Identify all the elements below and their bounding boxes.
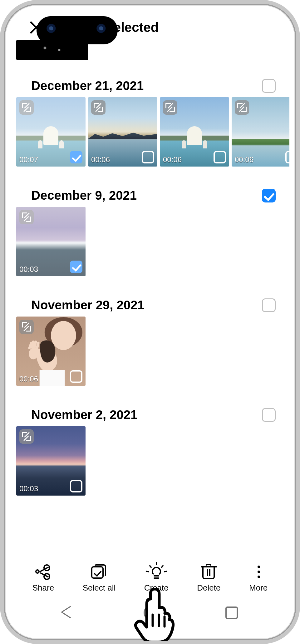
section-date: December 21, 2021: [31, 79, 144, 93]
thumbnail-checkbox[interactable]: [70, 261, 82, 273]
section-date: November 2, 2021: [31, 408, 137, 422]
duration-label: 00:06: [91, 155, 110, 164]
share-icon: [35, 564, 51, 580]
toolbar-label: Share: [32, 583, 54, 593]
duration-label: 00:06: [235, 155, 253, 164]
section-select-all-checkbox[interactable]: [262, 189, 276, 202]
video-thumbnail[interactable]: 00:06: [232, 97, 289, 167]
svg-point-1: [51, 321, 76, 350]
video-thumbnail[interactable]: 00:06: [88, 97, 157, 167]
video-thumbnail[interactable]: 00:07: [16, 97, 86, 167]
expand-icon[interactable]: [19, 429, 34, 444]
video-thumbnail[interactable]: 00:03: [16, 426, 86, 496]
duration-label: 00:03: [19, 265, 38, 274]
more-icon: [251, 564, 266, 580]
create-button[interactable]: Create: [144, 564, 169, 593]
section-select-all-checkbox[interactable]: [262, 408, 276, 422]
section-select-all-checkbox[interactable]: [262, 298, 276, 312]
select-all-button[interactable]: Select all: [83, 564, 116, 593]
expand-icon[interactable]: [91, 100, 106, 115]
svg-point-4: [29, 348, 37, 359]
toolbar-label: Select all: [83, 583, 116, 593]
thumbnail-checkbox[interactable]: [285, 151, 289, 163]
more-button[interactable]: More: [249, 564, 268, 593]
toolbar-label: Create: [144, 583, 169, 593]
video-thumbnail[interactable]: 00:06: [160, 97, 229, 167]
toolbar-label: Delete: [197, 583, 220, 593]
duration-label: 00:03: [19, 484, 38, 493]
video-thumbnail[interactable]: 00:06: [16, 317, 86, 386]
system-nav-bar: [11, 597, 289, 633]
duration-label: 00:06: [19, 375, 38, 383]
section-date: November 29, 2021: [31, 298, 144, 312]
thumbnail-checkbox[interactable]: [70, 370, 82, 383]
nav-back-icon[interactable]: [62, 604, 77, 619]
select-all-icon: [91, 564, 107, 580]
thumbnail-checkbox[interactable]: [142, 151, 154, 163]
expand-icon[interactable]: [235, 100, 249, 115]
video-thumbnail[interactable]: 00:03: [16, 207, 86, 276]
nav-recent-icon[interactable]: [223, 604, 238, 619]
thumbnail-checkbox[interactable]: [70, 480, 82, 492]
expand-icon[interactable]: [19, 100, 34, 115]
share-button[interactable]: Share: [32, 564, 54, 593]
duration-label: 00:06: [163, 155, 182, 164]
thumbnail-checkbox[interactable]: [70, 151, 82, 163]
lightbulb-icon: [149, 564, 164, 580]
trash-icon: [201, 564, 217, 580]
thumbnail-checkbox[interactable]: [214, 151, 226, 163]
expand-icon[interactable]: [19, 320, 34, 334]
section-date: December 9, 2021: [31, 188, 137, 202]
expand-icon[interactable]: [163, 100, 177, 115]
svg-rect-3: [40, 370, 65, 386]
nav-home-icon[interactable]: [142, 604, 157, 619]
section-select-all-checkbox[interactable]: [262, 79, 276, 93]
duration-label: 00:07: [19, 155, 38, 164]
expand-icon[interactable]: [19, 210, 34, 224]
toolbar-label: More: [249, 583, 268, 593]
delete-button[interactable]: Delete: [197, 564, 220, 593]
bottom-toolbar: Share Select all Create Delete More: [11, 557, 289, 593]
